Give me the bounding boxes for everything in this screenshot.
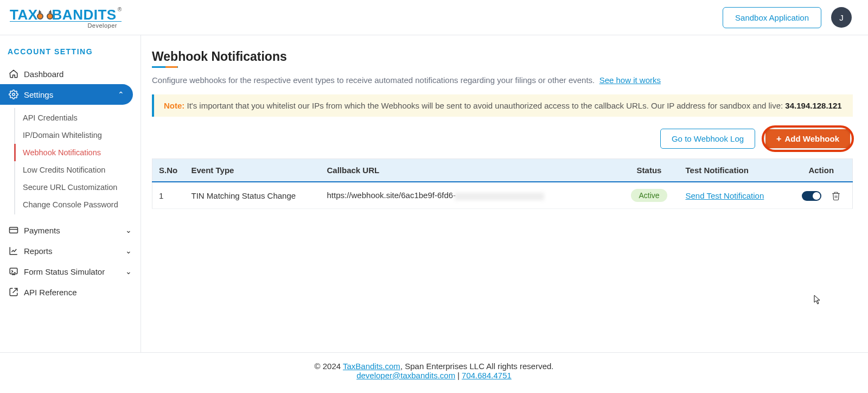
- cell-sno: 1: [152, 182, 185, 209]
- sidebar-sub-ip-whitelisting[interactable]: IP/Domain Whitelisting: [15, 126, 141, 144]
- sidebar-item-label: Payments: [24, 226, 60, 235]
- add-webhook-highlight: + Add Webhook: [763, 126, 853, 151]
- footer: © 2024 TaxBandits.com, Span Enterprises …: [0, 352, 868, 392]
- sidebar-item-reports[interactable]: Reports ⌄: [0, 240, 141, 261]
- cell-action: [790, 182, 853, 209]
- goto-webhook-log-button[interactable]: Go to Webhook Log: [660, 129, 755, 149]
- sidebar-item-form-status-simulator[interactable]: Form Status Simulator ⌄: [0, 261, 141, 282]
- cell-event: TIN Matching Status Change: [185, 182, 321, 209]
- simulator-icon: [9, 267, 18, 276]
- sidebar-sub-low-credits[interactable]: Low Credits Notification: [15, 161, 141, 179]
- see-how-it-works-link[interactable]: See how it works: [599, 75, 661, 85]
- add-webhook-button[interactable]: + Add Webhook: [765, 129, 850, 148]
- note-ip: 34.194.128.121: [785, 101, 841, 110]
- sidebar-item-label: Reports: [24, 246, 53, 256]
- sidebar-item-label: Form Status Simulator: [24, 267, 105, 276]
- sidebar-item-api-reference[interactable]: API Reference: [0, 282, 141, 302]
- sidebar-item-payments[interactable]: Payments ⌄: [0, 220, 141, 240]
- sidebar-item-label: Dashboard: [24, 69, 63, 79]
- sidebar-sub-api-credentials[interactable]: API Credentials: [15, 109, 141, 126]
- status-badge: Active: [631, 189, 667, 202]
- sidebar-heading: ACCOUNT SETTING: [0, 47, 141, 64]
- brand-bandits: BANDITS: [52, 7, 117, 23]
- th-status: Status: [620, 159, 679, 182]
- sidebar-sub-webhook-notifications[interactable]: Webhook Notifications: [15, 144, 141, 161]
- page-title: Webhook Notifications: [152, 49, 853, 64]
- svg-rect-1: [10, 227, 18, 233]
- svg-rect-2: [10, 268, 17, 274]
- note-banner: Note: It's important that you whitelist …: [152, 94, 853, 117]
- avatar[interactable]: J: [831, 7, 852, 28]
- brand-subtitle: Developer: [10, 21, 122, 29]
- footer-phone-link[interactable]: 704.684.4751: [462, 371, 512, 380]
- cell-test: Send Test Notification: [679, 182, 790, 209]
- sidebar-item-label: API Reference: [24, 288, 77, 297]
- note-label: Note:: [164, 101, 184, 110]
- add-webhook-label: Add Webhook: [784, 134, 839, 143]
- title-underline: [152, 66, 178, 68]
- registered-mark: ®: [118, 7, 122, 12]
- cell-status: Active: [620, 182, 679, 209]
- sidebar-item-settings[interactable]: Settings ⌃: [0, 84, 133, 105]
- th-sno: S.No: [152, 159, 185, 182]
- footer-copyright-suffix: , Span Enterprises LLC All rights reserv…: [400, 362, 554, 371]
- brand-logo[interactable]: TAXBANDITS® Developer: [10, 7, 122, 29]
- th-action: Action: [790, 159, 853, 182]
- table-row: 1 TIN Matching Status Change https://web…: [152, 182, 853, 209]
- chevron-down-icon: ⌄: [125, 246, 132, 255]
- footer-email-link[interactable]: developer@taxbandits.com: [356, 371, 455, 380]
- sandbox-application-button[interactable]: Sandbox Application: [723, 7, 821, 28]
- cursor-icon: [814, 295, 821, 307]
- card-icon: [9, 225, 18, 235]
- sidebar-item-dashboard[interactable]: Dashboard: [0, 64, 141, 84]
- send-test-notification-link[interactable]: Send Test Notification: [686, 191, 764, 200]
- sidebar-sub-secure-url[interactable]: Secure URL Customization: [15, 179, 141, 196]
- th-test: Test Notification: [679, 159, 790, 182]
- brand-tax: TAX: [10, 7, 38, 23]
- cell-url: https://webhook.site/6ac1be9f-6fd6-: [321, 182, 620, 209]
- webhooks-table: S.No Event Type Callback URL Status Test…: [152, 159, 853, 209]
- gear-icon: [9, 90, 18, 99]
- plus-icon: +: [776, 135, 781, 143]
- th-event: Event Type: [185, 159, 321, 182]
- sidebar-sub-change-password[interactable]: Change Console Password: [15, 196, 141, 213]
- chevron-down-icon: ⌄: [125, 226, 132, 234]
- home-icon: [9, 69, 18, 79]
- chevron-up-icon: ⌃: [118, 90, 124, 99]
- chevron-down-icon: ⌄: [125, 267, 132, 276]
- active-toggle[interactable]: [802, 191, 821, 201]
- sidebar-item-label: Settings: [24, 90, 53, 99]
- delete-button[interactable]: [831, 191, 841, 201]
- svg-point-0: [12, 93, 15, 96]
- footer-copyright-prefix: © 2024: [314, 362, 343, 371]
- th-url: Callback URL: [321, 159, 620, 182]
- redacted-url-part: [455, 193, 544, 200]
- owl-icon: [37, 10, 53, 22]
- note-text: It's important that you whitelist our IP…: [184, 101, 785, 110]
- footer-taxbandits-link[interactable]: TaxBandits.com: [343, 362, 400, 371]
- chart-icon: [9, 246, 18, 256]
- page-description: Configure webhooks for the respective ev…: [152, 75, 853, 85]
- external-link-icon: [9, 287, 18, 297]
